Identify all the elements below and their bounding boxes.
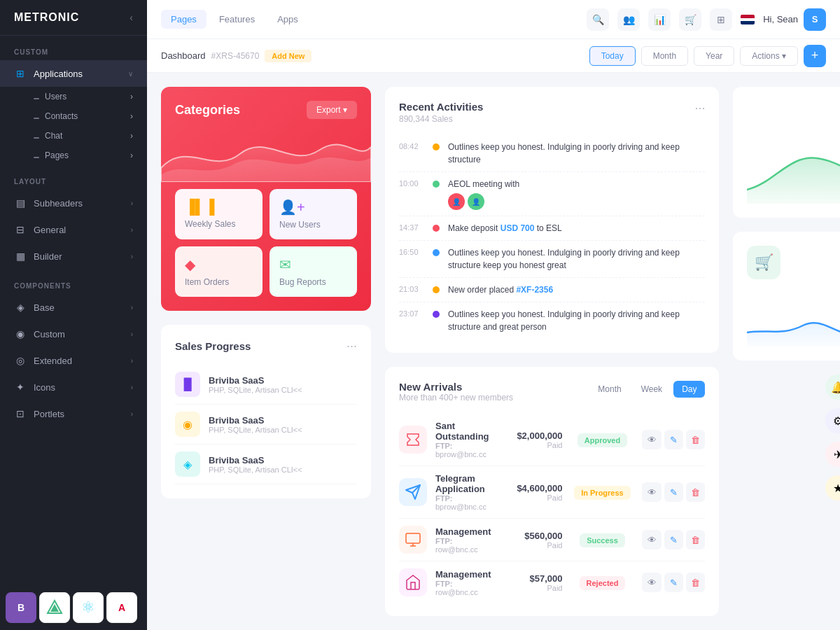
tab-day[interactable]: Day [673, 381, 705, 398]
btn-year[interactable]: Year [694, 46, 734, 66]
item-orders-label: Item Orders [185, 277, 253, 287]
btn-today[interactable]: Today [589, 46, 636, 66]
action-view-1[interactable]: 👁 [642, 430, 661, 449]
time-2: 10:00 [399, 179, 424, 188]
na-name-4: Management [435, 569, 491, 580]
mini-card-new-users[interactable]: 👤+ New Users [270, 189, 357, 239]
action-edit-2[interactable]: ✎ [664, 482, 683, 502]
export-button[interactable]: Export ▾ [307, 101, 357, 119]
sidebar-sub-chat[interactable]: Chat › [34, 126, 147, 146]
sales-progress-card: Sales Progress ··· ▐▌ Briviba SaaS PHP, … [161, 325, 371, 498]
action-delete-1[interactable]: 🗑 [686, 430, 705, 449]
custom-icon: ◉ [14, 328, 27, 340]
sidebar-item-builder[interactable]: ▦ Builder › [0, 243, 147, 270]
angular-logo[interactable]: A [106, 592, 137, 623]
sidebar-header: METRONIC ‹ [0, 0, 147, 36]
sidebar-item-icons[interactable]: ✦ Icons › [0, 374, 147, 400]
chart-icon[interactable]: 📊 [648, 8, 671, 31]
action-view-4[interactable]: 👁 [642, 573, 661, 592]
sp-item-2[interactable]: ◉ Briviba SaaS PHP, SQLite, Artisan CLI<… [175, 405, 357, 444]
na-paid-1: Paid [499, 441, 562, 449]
icons-label: Icons [34, 382, 55, 393]
sales-progress-menu[interactable]: ··· [346, 339, 357, 354]
sidebar-item-subheaders[interactable]: ▤ Subheaders › [0, 190, 147, 216]
bootstrap-logo[interactable]: B [6, 592, 36, 623]
nav-apps[interactable]: Apps [267, 10, 308, 29]
action-edit-1[interactable]: ✎ [664, 430, 683, 449]
income-label: Weekly Income [747, 123, 840, 134]
recent-title: Recent Activities [399, 101, 483, 113]
add-new-badge[interactable]: Add New [265, 50, 312, 62]
na-actions-3: 👁 ✎ 🗑 [642, 530, 705, 550]
order-link[interactable]: #XF-2356 [516, 285, 553, 295]
react-logo[interactable]: ⚛ [73, 592, 104, 623]
user-avatar[interactable]: S [804, 8, 826, 31]
grid-icon[interactable]: ⊞ [710, 8, 732, 31]
recent-menu[interactable]: ··· [694, 101, 705, 115]
base-icon: ◈ [14, 301, 27, 314]
sidebar-item-base[interactable]: ◈ Base › [0, 294, 147, 321]
search-icon[interactable]: 🔍 [587, 8, 609, 31]
btn-month[interactable]: Month [641, 46, 688, 66]
na-amount-1: $2,000,000 [499, 430, 562, 441]
tab-month[interactable]: Month [589, 381, 629, 398]
topbar-icons: 🔍 👥 📊 🛒 ⊞ Hi, Sean S [587, 8, 826, 31]
sp-name-1: Briviba SaaS [209, 375, 357, 386]
builder-label: Builder [34, 251, 62, 262]
sidebar-item-extended[interactable]: ◎ Extended › [0, 347, 147, 374]
action-edit-4[interactable]: ✎ [664, 573, 683, 592]
icon-send[interactable]: ✈ [825, 442, 840, 467]
na-ftp-2: FTP: bprow@bnc.cc [435, 494, 491, 511]
mini-card-item-orders[interactable]: ◆ Item Orders [175, 246, 262, 297]
sidebar-item-portlets[interactable]: ⊡ Portlets › [0, 400, 147, 427]
extended-label: Extended [34, 356, 72, 366]
mini-card-weekly-sales[interactable]: ▐▌▐ Weekly Sales [175, 189, 262, 239]
new-users-label: New Users [279, 220, 347, 230]
income-amount: 750$ [747, 101, 840, 123]
sidebar-item-general[interactable]: ⊟ General › [0, 216, 147, 243]
sp-item-3[interactable]: ◈ Briviba SaaS PHP, SQLite, Artisan CLI<… [175, 444, 357, 484]
action-view-3[interactable]: 👁 [642, 530, 661, 550]
action-view-2[interactable]: 👁 [642, 482, 661, 502]
action-delete-4[interactable]: 🗑 [686, 573, 705, 592]
text-3: Make deposit USD 700 to ESL [448, 222, 705, 234]
deposit-link[interactable]: USD 700 [500, 223, 535, 233]
sidebar-toggle[interactable]: ‹ [130, 12, 133, 23]
action-delete-2[interactable]: 🗑 [686, 482, 705, 502]
cart-icon[interactable]: 🛒 [679, 8, 701, 31]
sidebar-item-custom[interactable]: ◉ Custom › [0, 321, 147, 347]
sidebar-sub-contacts[interactable]: Contacts › [34, 106, 147, 126]
btn-actions[interactable]: Actions ▾ [740, 46, 798, 66]
btn-add[interactable]: + [804, 45, 826, 67]
sidebar-sub-users[interactable]: Users › [34, 87, 147, 106]
mini-card-bug-reports[interactable]: ✉ Bug Reports [270, 246, 357, 297]
users-icon[interactable]: 👥 [617, 8, 640, 31]
icon-star[interactable]: ★ [825, 475, 840, 500]
tab-week[interactable]: Week [633, 381, 671, 398]
sp-icon-1: ▐▌ [175, 372, 200, 397]
icon-bell[interactable]: 🔔 [825, 374, 840, 400]
flag-icon[interactable] [741, 15, 755, 24]
income-chart [747, 141, 840, 204]
nav-pages[interactable]: Pages [161, 10, 206, 29]
sidebar-item-applications[interactable]: ⊞ Applications ∨ [0, 60, 147, 87]
vue-logo[interactable] [39, 592, 70, 623]
text-4: Outlines keep you honest. Indulging in p… [448, 246, 705, 272]
sidebar-sub-pages[interactable]: Pages › [34, 146, 147, 165]
na-row-4: Management FTP: row@bnc.cc $57,000 Paid … [399, 561, 705, 603]
main-content: Pages Features Apps 🔍 👥 📊 🛒 ⊞ Hi, Sean S… [147, 0, 840, 630]
applications-submenu: Users › Contacts › Chat › Pages › [0, 87, 147, 165]
new-arrivals-card: New Arrivals More than 400+ new members … [385, 367, 719, 616]
na-name-3: Management [435, 526, 491, 537]
dot-4 [433, 249, 440, 256]
action-delete-3[interactable]: 🗑 [686, 530, 705, 550]
action-edit-3[interactable]: ✎ [664, 530, 683, 550]
sp-name-3: Briviba SaaS [209, 455, 357, 465]
icon-settings[interactable]: ⚙ [825, 408, 840, 433]
na-row-3: Management FTP: row@bnc.cc $560,000 Paid… [399, 519, 705, 561]
sp-item-1[interactable]: ▐▌ Briviba SaaS PHP, SQLite, Artisan CLI… [175, 365, 357, 405]
sp-detail-3: PHP, SQLite, Artisan CLI<< [209, 465, 357, 474]
nav-features[interactable]: Features [209, 10, 265, 29]
col-right: 750$ Weekly Income [733, 87, 840, 616]
builder-icon: ▦ [14, 250, 27, 262]
